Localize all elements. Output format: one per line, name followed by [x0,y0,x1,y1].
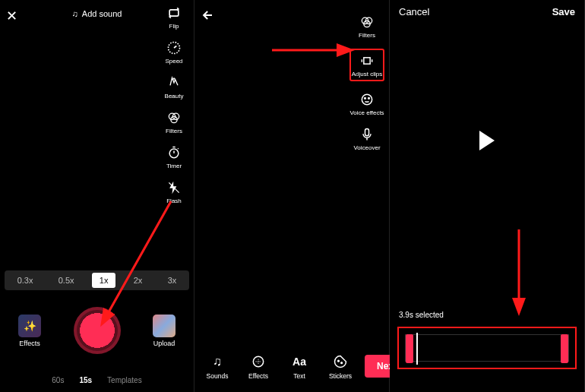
effects-icon: ✨ [18,315,41,337]
trim-handle-right[interactable] [561,334,568,363]
cancel-button[interactable]: Cancel [399,6,429,17]
stickers-icon [332,353,349,370]
record-area: ✨ Effects Upload [0,302,194,359]
speed-0-5x[interactable]: 0.5x [51,273,82,288]
svg-point-19 [341,362,343,363]
mode-15s[interactable]: 15s [79,376,92,384]
beauty-label: Beauty [165,93,184,100]
timer-tool[interactable]: Timer [166,144,182,169]
sounds-icon: ♫ [209,353,226,370]
record-button[interactable] [74,307,121,354]
text-label: Text [293,372,305,380]
music-note-icon: ♫ [72,9,78,18]
svg-rect-0 [169,10,179,16]
adjust-clips-icon [359,52,375,69]
bottom-toolbar: ♫ Sounds Effects Aa Text Stickers Next [194,346,389,386]
filters-icon-2 [359,14,375,30]
timer-icon [166,144,182,161]
effects-label-2: Effects [248,372,268,380]
effects-tool-2[interactable]: Effects [242,353,275,380]
flip-tool[interactable]: Flip [166,5,182,30]
filters-label-2: Filters [359,32,375,39]
add-sound-label: Add sound [82,9,122,18]
top-bar-3: Cancel Save [390,6,584,17]
svg-point-14 [368,98,370,100]
voice-effects-tool[interactable]: Voice effects [349,91,384,116]
flash-label: Flash [166,198,182,204]
clip-timeline[interactable] [405,334,569,362]
beauty-tool[interactable]: Beauty [165,74,184,100]
upload-icon [153,315,176,337]
beauty-icon [166,74,182,91]
filters-label: Filters [166,128,182,134]
flip-icon [166,5,182,21]
annotation-arrow-timeline [504,228,534,319]
edit-screen: Filters Adjust clips Voice effects Voice… [194,0,390,392]
effects-icon-2 [250,353,267,370]
speed-1x[interactable]: 1x [92,273,116,288]
upload-label: Upload [153,340,176,347]
voiceover-label: Voiceover [353,144,380,151]
adjust-clips-tool[interactable]: Adjust clips [349,49,384,81]
close-button[interactable]: ✕ [6,8,17,24]
svg-rect-11 [364,58,370,64]
svg-point-5 [169,149,179,158]
speed-2x[interactable]: 2x [126,273,150,288]
edit-side-toolbar: Filters Adjust clips Voice effects Voice… [348,14,386,151]
effects-label: Effects [19,340,40,347]
sounds-label: Sounds [207,372,229,380]
filters-tool[interactable]: Filters [166,109,182,134]
speed-3x[interactable]: 3x [160,273,185,288]
adjust-clips-label: Adjust clips [352,71,382,77]
voiceover-tool[interactable]: Voiceover [353,126,380,151]
voiceover-icon [359,126,375,143]
upload-button[interactable]: Upload [153,315,176,347]
speed-icon [166,40,182,56]
speed-tool[interactable]: Speed [165,40,182,65]
text-icon: Aa [291,353,308,370]
speed-selector: 0.3x 0.5x 1x 2x 3x [5,270,189,290]
effects-button[interactable]: ✨ Effects [18,315,41,347]
voice-effects-label: Voice effects [349,109,384,116]
flash-tool[interactable]: Flash [166,179,182,204]
save-button[interactable]: Save [552,6,575,17]
side-toolbar: Flip Speed Beauty Filters Timer [159,5,189,204]
mode-60s[interactable]: 60s [52,376,64,384]
play-button[interactable] [479,131,495,150]
duration-selected-label: 3.9s selected [399,311,444,319]
record-screen: ✕ ♫ Add sound Flip Speed Beauty [0,0,194,392]
add-sound-button[interactable]: ♫ Add sound [72,9,122,18]
play-icon [479,131,495,150]
stickers-label: Stickers [329,372,352,380]
svg-point-18 [338,360,340,362]
sounds-tool[interactable]: ♫ Sounds [201,353,234,380]
speed-0-3x[interactable]: 0.3x [10,273,41,288]
trim-handle-left[interactable] [406,334,413,363]
filters-tool-2[interactable]: Filters [359,14,375,39]
speed-label: Speed [165,58,182,65]
flip-label: Flip [169,23,179,30]
annotation-highlight-timeline [397,327,577,369]
voice-effects-icon [359,91,375,108]
timer-label: Timer [166,163,182,169]
mode-templates[interactable]: Templates [107,376,142,384]
adjust-clips-screen: Cancel Save 3.9s selected [390,0,585,392]
text-tool[interactable]: Aa Text [283,353,316,380]
filters-icon [166,109,182,126]
playhead[interactable] [416,333,418,365]
svg-rect-15 [365,129,368,136]
svg-point-13 [365,98,366,100]
stickers-tool[interactable]: Stickers [324,353,357,380]
svg-point-12 [362,94,372,104]
back-button[interactable] [201,8,216,27]
flash-icon [166,179,182,196]
mode-selector: 60s 15s Templates [0,376,194,384]
